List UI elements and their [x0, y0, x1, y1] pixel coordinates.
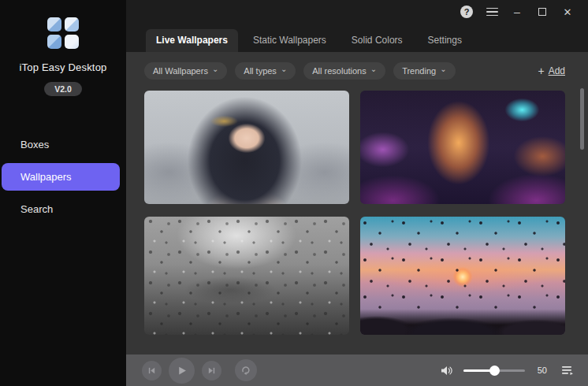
repeat-icon	[240, 365, 251, 376]
filter-all-types[interactable]: All types ⌄	[235, 62, 296, 80]
tab-bar: Live Wallpapers Static Wallpapers Solid …	[126, 24, 588, 52]
wallpaper-grid	[144, 91, 565, 335]
tab-solid-colors[interactable]: Solid Colors	[341, 29, 413, 52]
filter-row: All Wallpapers ⌄ All types ⌄ All resolut…	[144, 62, 565, 80]
titlebar: ? – ✕	[126, 0, 588, 24]
close-icon: ✕	[564, 6, 572, 18]
vertical-scrollbar-thumb[interactable]	[580, 88, 584, 150]
sidebar: iTop Easy Desktop V2.0 Boxes Wallpapers …	[0, 0, 126, 386]
menu-button[interactable]	[479, 2, 504, 21]
tab-live-wallpapers[interactable]: Live Wallpapers	[146, 29, 238, 52]
repeat-button[interactable]	[235, 359, 257, 381]
volume-controls: 50	[441, 365, 574, 377]
chevron-down-icon: ⌄	[212, 67, 218, 72]
sidebar-nav: Boxes Wallpapers Search	[0, 131, 126, 223]
app-logo	[0, 17, 126, 49]
skip-forward-button[interactable]	[202, 361, 221, 380]
main-area: ? – ✕ Live Wallpapers Static Wallpapers …	[126, 0, 588, 386]
filter-trending[interactable]: Trending ⌄	[393, 62, 455, 80]
logo-square	[47, 17, 61, 32]
filter-label: All resolutions	[312, 66, 366, 76]
skip-back-button[interactable]	[142, 361, 162, 380]
help-button[interactable]: ?	[454, 2, 479, 21]
filter-label: All Wallpapers	[153, 66, 208, 76]
app-window: iTop Easy Desktop V2.0 Boxes Wallpapers …	[0, 0, 588, 386]
version-badge: V2.0	[44, 82, 82, 96]
volume-slider[interactable]	[463, 366, 525, 376]
sidebar-item-boxes[interactable]: Boxes	[2, 131, 120, 158]
tab-settings[interactable]: Settings	[418, 29, 472, 52]
playlist-button[interactable]	[561, 365, 574, 376]
skip-back-icon	[147, 366, 156, 375]
chevron-down-icon: ⌄	[440, 67, 446, 72]
play-button[interactable]	[169, 358, 195, 384]
wallpaper-thumbnail-sunset-birds[interactable]	[360, 217, 565, 335]
logo-square	[65, 17, 79, 32]
chevron-down-icon: ⌄	[281, 67, 287, 72]
logo-square	[47, 35, 61, 49]
maximize-icon	[538, 8, 546, 16]
app-name: iTop Easy Desktop	[0, 61, 126, 73]
player-bar: 50	[126, 354, 588, 386]
filter-all-wallpapers[interactable]: All Wallpapers ⌄	[144, 62, 227, 80]
minimize-icon: –	[514, 6, 520, 17]
wallpaper-thumbnail-glowing-mushrooms[interactable]	[360, 91, 565, 204]
filter-label: All types	[244, 66, 277, 76]
content-panel: All Wallpapers ⌄ All types ⌄ All resolut…	[126, 52, 588, 354]
playlist-icon	[561, 365, 574, 376]
filter-all-resolutions[interactable]: All resolutions ⌄	[303, 62, 385, 80]
sidebar-item-wallpapers[interactable]: Wallpapers	[2, 163, 120, 191]
sidebar-item-search[interactable]: Search	[2, 195, 120, 223]
itop-logo-icon	[47, 17, 79, 49]
logo-square	[65, 35, 79, 49]
help-icon: ?	[460, 6, 473, 18]
skip-forward-icon	[207, 366, 216, 375]
volume-value: 50	[534, 366, 547, 375]
maximize-button[interactable]	[530, 2, 555, 21]
hamburger-menu-icon	[486, 8, 498, 17]
chevron-down-icon: ⌄	[370, 67, 377, 72]
minimize-button[interactable]: –	[504, 2, 530, 21]
speaker-icon[interactable]	[441, 365, 454, 377]
add-wallpaper-button[interactable]: + Add	[538, 65, 565, 77]
plus-icon: +	[538, 65, 544, 77]
wallpaper-thumbnail-rainy-window[interactable]	[144, 217, 349, 335]
filter-label: Trending	[402, 66, 436, 76]
volume-thumb[interactable]	[489, 366, 500, 376]
close-button[interactable]: ✕	[555, 2, 580, 21]
tab-static-wallpapers[interactable]: Static Wallpapers	[243, 29, 337, 52]
add-label: Add	[549, 65, 565, 76]
play-icon	[177, 366, 187, 376]
wallpaper-thumbnail-anime-girl[interactable]	[144, 91, 349, 204]
